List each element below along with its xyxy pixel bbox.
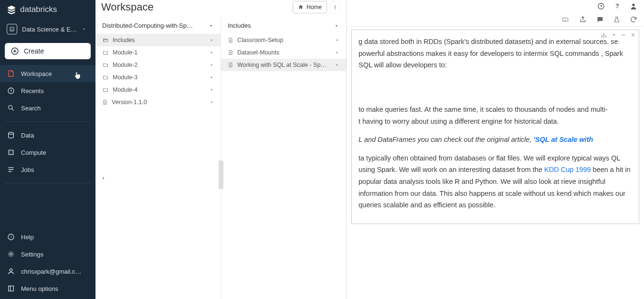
caret-down-icon[interactable] bbox=[209, 100, 214, 105]
svg-point-7 bbox=[10, 153, 10, 153]
svg-rect-4 bbox=[9, 150, 13, 154]
nav-recents[interactable]: Recents bbox=[0, 82, 95, 99]
article-link[interactable]: 'SQL at Scale with bbox=[533, 136, 593, 143]
nav-user[interactable]: chrisxpark@gmail.c… bbox=[0, 263, 95, 280]
workspace-item[interactable]: Module-3 bbox=[95, 71, 221, 84]
caret-down-icon[interactable] bbox=[335, 50, 339, 55]
pin-button[interactable] bbox=[330, 1, 340, 13]
workspace-item[interactable]: Version-1.1.0 bbox=[95, 96, 221, 108]
comment-icon[interactable] bbox=[596, 16, 604, 23]
chevron-down-icon[interactable] bbox=[208, 23, 214, 29]
cell-paragraph: g data stored both in RDDs (Spark's dist… bbox=[359, 36, 632, 71]
item-label: Version-1.1.0 bbox=[112, 99, 147, 106]
home-button[interactable]: Home bbox=[293, 1, 327, 13]
kdd-link[interactable]: KDD Cup 1999 bbox=[544, 166, 591, 173]
folder-icon bbox=[102, 87, 109, 93]
workspace-icon bbox=[7, 70, 15, 77]
plus-circle-icon bbox=[11, 47, 19, 55]
nav-help[interactable]: ? Help bbox=[0, 228, 95, 246]
item-label: Module-4 bbox=[113, 86, 137, 93]
cell-paragraph: ta typically often obtained from databas… bbox=[359, 152, 632, 211]
user-icon[interactable] bbox=[630, 2, 637, 10]
workspace-item[interactable]: Module-1 bbox=[95, 46, 221, 59]
nav-search[interactable]: Search bbox=[0, 99, 95, 117]
workspace-item[interactable]: Classroom-Setup bbox=[221, 34, 346, 46]
minimize-icon[interactable] bbox=[621, 32, 626, 39]
workspace-item[interactable]: Working with SQL at Scale - Sp… bbox=[221, 59, 346, 71]
brand-logo[interactable]: databricks bbox=[0, 0, 95, 19]
panel-icon bbox=[7, 285, 15, 292]
back-button[interactable] bbox=[100, 175, 106, 182]
close-icon[interactable] bbox=[630, 32, 636, 39]
workspace-title: Workspace bbox=[101, 1, 154, 13]
workspace-item[interactable]: Module-4 bbox=[95, 84, 221, 96]
caret-down-icon[interactable] bbox=[209, 75, 214, 80]
databricks-logo-icon bbox=[7, 5, 16, 14]
svg-point-3 bbox=[9, 106, 12, 109]
share-icon[interactable] bbox=[579, 16, 587, 23]
help-icon[interactable]: ? bbox=[613, 2, 621, 10]
svg-rect-13 bbox=[9, 286, 14, 291]
keyboard-icon[interactable] bbox=[561, 16, 570, 23]
folder-icon bbox=[102, 50, 109, 55]
nav-settings[interactable]: Settings bbox=[0, 246, 95, 263]
nav-menu-options[interactable]: Menu options bbox=[0, 280, 95, 297]
chart-icon[interactable] bbox=[601, 32, 607, 39]
workspace-item[interactable]: Module-2 bbox=[95, 59, 221, 71]
caret-down-icon[interactable] bbox=[335, 38, 339, 43]
column-list: IncludesModule-1Module-2Module-3Module-4… bbox=[95, 34, 221, 108]
nav-divider bbox=[5, 183, 91, 183]
data-icon bbox=[7, 131, 15, 139]
gear-icon bbox=[7, 250, 15, 258]
history-icon[interactable] bbox=[597, 2, 605, 10]
chevron-down-icon bbox=[82, 27, 86, 32]
nav-workspace[interactable]: Workspace bbox=[0, 65, 95, 82]
nav-divider bbox=[5, 121, 91, 122]
svg-point-5 bbox=[10, 151, 10, 151]
workspace-item[interactable]: Dataset-Mounts bbox=[221, 46, 346, 59]
caret-down-icon[interactable] bbox=[335, 63, 339, 67]
svg-text:D: D bbox=[11, 28, 13, 31]
caret-down-icon[interactable] bbox=[209, 50, 214, 55]
nav-label: Jobs bbox=[21, 166, 34, 173]
pin-icon bbox=[332, 4, 338, 11]
column-header[interactable]: Includes bbox=[221, 17, 346, 34]
nav-data[interactable]: Data bbox=[0, 127, 95, 144]
refresh-icon[interactable] bbox=[630, 16, 637, 23]
nav-label: Workspace bbox=[21, 70, 52, 77]
chevron-down-icon[interactable] bbox=[334, 23, 339, 29]
chevron-left-icon bbox=[100, 175, 106, 182]
workspace-column-2: Includes Classroom-SetupDataset-MountsWo… bbox=[221, 17, 346, 299]
top-toolbar: ? bbox=[347, 0, 644, 12]
item-label: Module-1 bbox=[113, 49, 137, 56]
chevron-down-icon[interactable] bbox=[611, 32, 617, 39]
workspace-item[interactable]: Includes bbox=[95, 34, 221, 46]
nav-jobs[interactable]: Jobs bbox=[0, 161, 95, 178]
column-list: Classroom-SetupDataset-MountsWorking wit… bbox=[221, 34, 346, 71]
nav-label: Recents bbox=[21, 87, 44, 95]
caret-down-icon[interactable] bbox=[209, 38, 214, 43]
user-icon bbox=[7, 267, 15, 275]
folder-icon bbox=[102, 75, 109, 80]
caret-down-icon[interactable] bbox=[209, 63, 214, 67]
create-button[interactable]: Create bbox=[5, 43, 91, 59]
caret-down-icon[interactable] bbox=[209, 87, 214, 92]
search-icon bbox=[7, 104, 15, 112]
beaker-icon[interactable] bbox=[613, 16, 620, 23]
cursor-hand-icon bbox=[74, 72, 82, 80]
svg-rect-17 bbox=[562, 18, 568, 21]
cell-spacer bbox=[359, 78, 632, 97]
svg-point-6 bbox=[11, 151, 12, 151]
env-switcher[interactable]: D Data Science & E… bbox=[0, 19, 95, 39]
notebook-cell[interactable]: g data stored both in RDDs (Spark's dist… bbox=[351, 30, 639, 224]
nav-compute[interactable]: Compute bbox=[0, 144, 95, 161]
item-label: Includes bbox=[113, 37, 135, 43]
column-header[interactable]: Distributed-Computing-with-Sp… bbox=[95, 17, 221, 34]
column-title: Distributed-Computing-with-Sp… bbox=[102, 22, 193, 29]
folder-icon bbox=[102, 62, 109, 68]
file-icon bbox=[228, 62, 233, 68]
file-icon bbox=[228, 37, 233, 43]
env-icon: D bbox=[7, 24, 17, 34]
svg-text:?: ? bbox=[10, 235, 12, 239]
clock-icon bbox=[7, 87, 15, 95]
